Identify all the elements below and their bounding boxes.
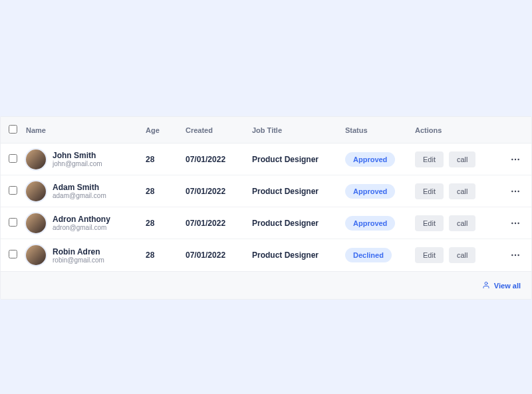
table-row: Robin Adren robin@gmail.com 28 07/01/202… [1,239,531,271]
user-job: Product Designer [252,155,345,164]
call-button[interactable]: call [449,183,476,199]
table-row: Adam Smith adam@gmail.com 28 07/01/2022 … [1,175,531,207]
more-icon[interactable] [505,250,526,260]
col-name: Name [26,126,146,134]
user-age: 28 [146,219,186,228]
svg-point-7 [515,222,516,223]
edit-button[interactable]: Edit [415,183,444,199]
svg-point-1 [515,158,516,159]
users-table: Name Age Created Job Title Status Action… [0,116,532,300]
user-created: 07/01/2022 [186,219,252,228]
user-created: 07/01/2022 [186,250,252,260]
user-created: 07/01/2022 [186,155,252,164]
avatar [26,181,46,201]
table-row: John Smith john@gmail.com 28 07/01/2022 … [1,144,531,175]
table-row: Adron Anthony adron@gmail.com 28 07/01/2… [1,207,531,239]
table-footer: View all [1,271,531,299]
status-badge: Declined [345,248,392,262]
more-icon[interactable] [505,154,526,165]
user-job: Product Designer [252,250,345,260]
svg-point-3 [511,190,513,191]
row-checkbox[interactable] [9,186,17,195]
col-created: Created [186,126,252,134]
user-created: 07/01/2022 [186,187,252,196]
avatar [26,149,46,169]
user-name: Adron Anthony [53,215,110,224]
col-job: Job Title [252,126,345,134]
user-age: 28 [146,155,186,164]
call-button[interactable]: call [449,247,476,263]
user-icon [482,281,490,290]
user-email: robin@gmail.com [53,256,104,264]
user-job: Product Designer [252,187,345,196]
avatar [26,245,46,265]
row-checkbox[interactable] [9,250,17,258]
svg-point-11 [517,254,519,256]
user-email: adron@gmail.com [53,224,110,231]
select-all-checkbox[interactable] [9,125,17,134]
user-email: adam@gmail.com [53,192,106,199]
svg-point-8 [517,222,519,223]
avatar [26,213,46,233]
user-age: 28 [146,250,186,260]
svg-point-4 [515,190,516,191]
status-badge: Approved [345,184,395,199]
row-checkbox[interactable] [9,154,17,163]
user-email: john@gmail.com [53,160,102,167]
svg-point-0 [511,158,513,159]
view-all-label: View all [494,282,521,290]
svg-point-2 [517,158,519,159]
svg-point-6 [511,222,513,223]
view-all-link[interactable]: View all [482,281,521,290]
svg-point-12 [485,282,487,284]
status-badge: Approved [345,152,395,167]
call-button[interactable]: call [449,215,476,231]
more-icon[interactable] [505,218,526,229]
col-status: Status [345,126,415,134]
svg-point-9 [511,254,513,256]
more-icon[interactable] [505,186,526,197]
svg-point-10 [515,254,516,256]
col-age: Age [146,126,186,134]
svg-point-5 [517,190,519,191]
col-actions: Actions [415,126,505,134]
edit-button[interactable]: Edit [415,151,444,167]
user-name: Robin Adren [53,247,104,256]
user-name: Adam Smith [53,183,106,192]
edit-button[interactable]: Edit [415,247,444,263]
edit-button[interactable]: Edit [415,215,444,231]
status-badge: Approved [345,216,395,231]
call-button[interactable]: call [449,151,476,167]
row-checkbox[interactable] [9,218,17,227]
user-name: John Smith [53,151,102,160]
user-age: 28 [146,187,186,196]
user-job: Product Designer [252,219,345,228]
table-header: Name Age Created Job Title Status Action… [1,117,531,144]
